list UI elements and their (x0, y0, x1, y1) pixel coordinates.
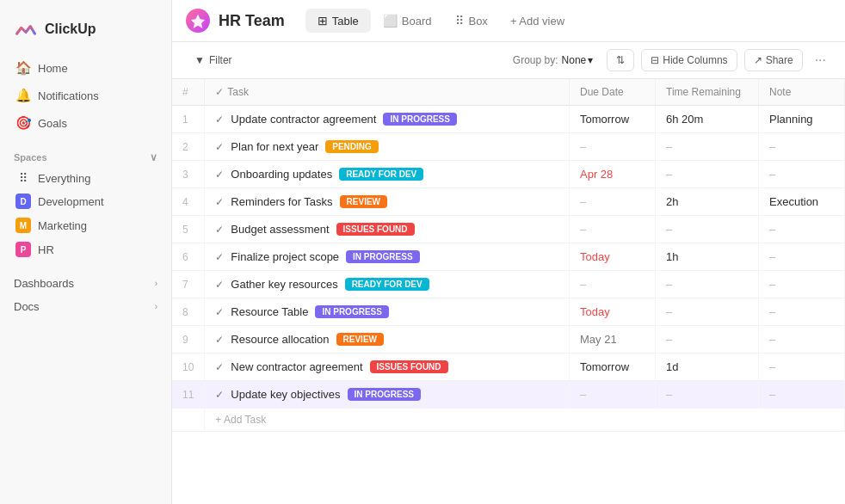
add-view-label: + Add view (510, 15, 564, 28)
table-row[interactable]: 9 ✓ Resource allocation REVIEW May 21 – … (172, 326, 845, 353)
table-row[interactable]: 11 ✓ Update key objectives IN PROGRESS –… (172, 381, 845, 409)
cell-time-remaining: 1d (656, 353, 759, 381)
svg-marker-0 (191, 15, 205, 28)
task-name: Update key objectives (231, 388, 340, 401)
table-row[interactable]: 5 ✓ Budget assessment ISSUES FOUND – – – (172, 216, 845, 243)
tab-board[interactable]: ⬜ Board (371, 9, 444, 33)
task-check: ✓ (215, 279, 224, 291)
hr-dot: P (15, 242, 31, 257)
cell-note: – (759, 298, 845, 326)
cell-note: – (759, 243, 845, 271)
task-name: Update contractor agreement (231, 113, 376, 126)
col-time-remaining: Time Remaining (656, 79, 759, 106)
sidebar-item-dashboards[interactable]: Dashboards › (0, 272, 171, 295)
task-name: Gather key resources (231, 278, 337, 291)
sidebar-item-hr[interactable]: P HR (7, 237, 164, 261)
tab-table-label: Table (332, 15, 359, 28)
sidebar-item-everything[interactable]: ⠿ Everything (7, 167, 164, 189)
home-icon: 🏠 (15, 60, 31, 76)
task-name: Finalize project scope (231, 250, 339, 263)
table-row[interactable]: 1 ✓ Update contractor agreement IN PROGR… (172, 106, 845, 133)
cell-num: 10 (172, 353, 205, 381)
status-badge: PENDING (325, 140, 379, 153)
task-check: ✓ (215, 251, 224, 263)
col-note: Note (759, 79, 845, 106)
status-badge: REVIEW (340, 195, 387, 208)
col-due-date: Due Date (570, 79, 656, 106)
more-options-button[interactable]: ··· (810, 49, 831, 71)
cell-task: ✓ New contractor agreement ISSUES FOUND (205, 353, 570, 381)
view-tabs: ⊞ Table ⬜ Board ⠿ Box + Add view (305, 9, 575, 33)
tab-box-label: Box (468, 15, 487, 28)
task-table-container: # ✓ Task Due Date Time Remaining Note 1 (172, 79, 845, 504)
workspace-icon (186, 9, 210, 33)
table-row[interactable]: 3 ✓ Onboarding updates READY FOR DEV Apr… (172, 161, 845, 188)
dashboards-chevron: › (155, 279, 157, 288)
cell-time-remaining: 6h 20m (656, 106, 759, 133)
marketing-dot: M (15, 218, 31, 233)
task-table: # ✓ Task Due Date Time Remaining Note 1 (172, 79, 845, 432)
spaces-label: Spaces (14, 152, 47, 163)
table-row[interactable]: 7 ✓ Gather key resources READY FOR DEV –… (172, 271, 845, 298)
task-check: ✓ (215, 224, 224, 236)
group-by-value[interactable]: None ▾ (562, 54, 594, 66)
task-check: ✓ (215, 334, 224, 346)
cell-time-remaining: – (656, 216, 759, 243)
cell-due-date: – (570, 216, 656, 243)
share-icon: ↗ (754, 54, 762, 66)
hide-columns-button[interactable]: ⊟ Hide Columns (641, 49, 737, 71)
cell-task: ✓ Onboarding updates READY FOR DEV (205, 161, 570, 188)
toolbar: ▼ Filter Group by: None ▾ ⇅ ⊟ Hide Colum… (172, 42, 845, 79)
add-task-label[interactable]: + Add Task (205, 409, 845, 432)
cell-due-date: – (570, 271, 656, 298)
cell-note: – (759, 353, 845, 381)
cell-due-date: – (570, 381, 656, 409)
cell-num: 11 (172, 381, 205, 409)
status-badge: ISSUES FOUND (370, 360, 448, 373)
everything-icon: ⠿ (15, 171, 31, 185)
sidebar-item-development[interactable]: D Development (7, 189, 164, 213)
sidebar-item-home[interactable]: 🏠 Home (7, 55, 164, 81)
table-row[interactable]: 8 ✓ Resource Table IN PROGRESS Today – – (172, 298, 845, 326)
spaces-collapse-icon[interactable]: ∨ (150, 151, 157, 163)
sidebar-item-hr-label: HR (38, 243, 54, 256)
sidebar-item-docs[interactable]: Docs › (0, 295, 171, 318)
cell-task: ✓ Update contractor agreement IN PROGRES… (205, 106, 570, 133)
sort-button[interactable]: ⇅ (607, 49, 634, 71)
share-button[interactable]: ↗ Share (744, 49, 803, 71)
sidebar-item-goals[interactable]: 🎯 Goals (7, 110, 164, 136)
sidebar-item-notifications-label: Notifications (38, 89, 99, 102)
cell-due-date: Apr 28 (570, 161, 656, 188)
tab-box[interactable]: ⠿ Box (443, 9, 499, 33)
cell-due-date: Tomorrow (570, 106, 656, 133)
add-task-row[interactable]: + Add Task (172, 409, 845, 432)
hide-columns-label: Hide Columns (663, 54, 727, 66)
cell-num: 5 (172, 216, 205, 243)
table-row[interactable]: 4 ✓ Reminders for Tasks REVIEW – 2h Exec… (172, 188, 845, 216)
docs-chevron: › (155, 302, 157, 311)
logo-area: ClickUp (0, 10, 171, 55)
app-logo-text: ClickUp (45, 22, 96, 37)
cell-num: 8 (172, 298, 205, 326)
cell-time-remaining: – (656, 298, 759, 326)
spaces-list: ⠿ Everything D Development M Marketing P… (0, 167, 171, 261)
sidebar-item-notifications[interactable]: 🔔 Notifications (7, 83, 164, 108)
cell-task: ✓ Finalize project scope IN PROGRESS (205, 243, 570, 271)
sidebar-item-development-label: Development (38, 195, 104, 208)
table-row[interactable]: 6 ✓ Finalize project scope IN PROGRESS T… (172, 243, 845, 271)
status-badge: IN PROGRESS (383, 113, 456, 126)
add-view-button[interactable]: + Add view (500, 9, 575, 33)
cell-due-date: Tomorrow (570, 353, 656, 381)
task-check: ✓ (215, 169, 224, 181)
filter-button[interactable]: ▼ Filter (186, 50, 241, 71)
table-row[interactable]: 2 ✓ Plan for next year PENDING – – – (172, 133, 845, 161)
box-icon: ⠿ (455, 14, 464, 28)
task-check: ✓ (215, 114, 224, 126)
col-task-label: Task (227, 86, 249, 98)
table-row[interactable]: 10 ✓ New contractor agreement ISSUES FOU… (172, 353, 845, 381)
tab-table[interactable]: ⊞ Table (305, 9, 371, 33)
cell-task: ✓ Resource allocation REVIEW (205, 326, 570, 353)
task-name: Budget assessment (231, 223, 329, 236)
task-name: Resource Table (231, 305, 308, 318)
sidebar-item-marketing[interactable]: M Marketing (7, 213, 164, 237)
